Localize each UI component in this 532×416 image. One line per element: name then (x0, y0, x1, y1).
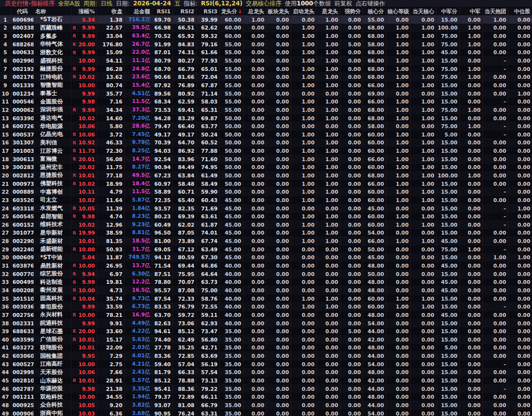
col-header-strong-score[interactable]: 强势分 (340, 7, 363, 16)
table-row[interactable]: 2600338西藏珠峰R9.9922.5739.5亿66.9866.5162.6… (0, 24, 532, 32)
table-row[interactable]: 31603876鼎胜新材R10.0026.9513.7亿71.5469.4466… (0, 262, 532, 270)
table-row[interactable]: 23603520司太立10.0211.645.87亿72.3565.4060.4… (0, 196, 532, 205)
cell-army-score: 15.00 (436, 188, 459, 196)
col-header-rsi2[interactable]: RSI2 (172, 7, 196, 16)
table-row[interactable]: 41603272联翔股份10.0122.092.03亿27.7835.2542.… (0, 344, 532, 352)
col-header-day-core[interactable]: 当天核心 (410, 7, 436, 16)
table-row[interactable]: 39688633星球石墨K20.0033.604.22亿94.6185.1273… (0, 327, 532, 336)
col-header-core-level[interactable]: 核心等级 (386, 7, 410, 16)
table-row[interactable]: 13603390通达电气10.0214.607.20亿94.2883.2969.… (0, 114, 532, 122)
period-value[interactable]: 日线 (100, 0, 112, 7)
indicator-value[interactable]: RSI(6,12,24) (201, 0, 242, 7)
cell-total-leader: 0.00 (243, 270, 266, 278)
date-value[interactable]: 2026-04-24 (133, 0, 171, 7)
table-row[interactable]: 22000889中嘉博创10.114.7911.5亿58.8960.7159.9… (0, 188, 532, 196)
table-row[interactable]: 17301003江苏博云R11.7372.308.25亿94.0386.9277… (0, 147, 532, 155)
cell-median-stock: 0.00 (508, 147, 532, 155)
table-row[interactable]: 24603318水发燃气R10.0511.391.84亿93.5782.3571… (0, 204, 532, 212)
col-header-army-score[interactable]: 中军分 (436, 7, 459, 16)
cell-is-leader: 0.00 (316, 262, 340, 270)
table-row[interactable]: 29002240盛新锂能R10.0050.9331.7亿69.0567.1263… (0, 245, 532, 253)
table-row[interactable]: 4688268华特气体K20.00176.8026.7亿91.9984.8379… (0, 40, 532, 48)
cell-core-score: 55.00 (363, 16, 386, 24)
table-row[interactable]: 7002192融捷股份R9.9986.2824.8亿68.7066.7965.0… (0, 65, 532, 73)
table-row[interactable]: 10001234泰慕士9.9935.774.51亿89.5680.9271.14… (0, 89, 532, 98)
cell-sector-leader: 0.00 (266, 368, 291, 377)
table-row[interactable]: 11000546金圆股份9.987.1611.5亿68.3462.5958.03… (0, 98, 532, 106)
cell-army: 1.00 (459, 24, 482, 32)
col-header-day-group[interactable]: 当天抱团 (482, 7, 508, 16)
table-row[interactable]: 43600527江南高纤10.002.754.21亿59.4057.0456.1… (0, 360, 532, 368)
col-header-sector-leader[interactable]: 板块龙头 (266, 7, 291, 16)
table-row[interactable]: 37002756永兴材料R10.0078.2116.9亿63.7059.7259… (0, 311, 532, 319)
col-header-leader-score[interactable]: 龙头分↓ (219, 7, 243, 16)
cell-leader-score: 55.00 (219, 40, 243, 48)
col-header-total-leader[interactable]: 总龙头 (243, 7, 266, 16)
col-header-change[interactable]: 涨幅% (71, 7, 97, 16)
table-row[interactable]: 33600499科达制造R9.9919.8112.2亿78.8070.0763.… (0, 278, 532, 286)
col-header-army[interactable]: 中军 (459, 7, 482, 16)
table-row[interactable]: 47001211双枪科技10.0034.551.94亿79.3772.8966.… (0, 393, 532, 401)
col-header-core-score[interactable]: 核心分 (363, 7, 386, 16)
table-row[interactable]: 19300283温州宏丰20.0211.758.27亿90.9484.4974.… (0, 163, 532, 172)
cell-army: 0.00 (459, 130, 482, 139)
col-header-close[interactable]: 收盘 (97, 7, 124, 16)
col-header-rsi1[interactable]: RSI1 (152, 7, 172, 16)
table-row[interactable]: 5600633浙数文化R9.9915.0922.0亿87.0174.3161.6… (0, 48, 532, 57)
market-scope[interactable]: 全部A股 (58, 0, 80, 7)
cell-rsi3: 71.14 (196, 89, 219, 98)
col-header-start-leader[interactable]: 启动龙头 (291, 7, 316, 16)
table-row[interactable]: 27301077星华新材R19.9938.598.81亿96.5087.0574… (0, 229, 532, 237)
table-row[interactable]: 20002812恩捷股份R10.0177.1849.5亿67.2363.8461… (0, 172, 532, 180)
cell-name: 星华新材 (33, 229, 71, 237)
col-header-rsi3[interactable]: RSI3 (196, 7, 219, 16)
table-row[interactable]: 16301307美利信R10.9246.339.78亿70.3964.7060.… (0, 139, 532, 147)
cell-close: 11.75 (97, 163, 124, 172)
table-row[interactable]: 46002787华源控股9.9821.383.35亿95.4188.3679.2… (0, 384, 532, 393)
col-header-median-stock[interactable]: 中位股 (508, 7, 532, 16)
table-row[interactable]: 40603599广信股份R10.0115.175.63亿74.4062.4956… (0, 335, 532, 344)
col-header-is-leader[interactable]: 是龙头 (316, 7, 340, 16)
table-row[interactable]: 3002407多氟多R9.9933.0463.4亿70.5265.9259.32… (0, 32, 532, 40)
cell-day-core: 1.00 (410, 40, 436, 48)
table-row[interactable]: 48000925众合科技10.059.203.82亿93.0781.0866.7… (0, 401, 532, 410)
table-row[interactable]: 32600770综艺股份R9.946.976.30亿87.5175.9564.6… (0, 270, 532, 278)
cell-army-score: 15.00 (436, 319, 459, 327)
table-row[interactable]: 49000906浙商中拓10.036.363.68亿90.9576.2463.3… (0, 409, 532, 416)
table-row[interactable]: 44002999天禾股份10.067.662.41亿81.7966.3357.5… (0, 368, 532, 377)
table-row[interactable]: 42603060国检集团9.957.294.01亿83.3672.8563.69… (0, 352, 532, 360)
table-row[interactable]: 36003036泰坦股份9.9933.596.73亿83.5376.7972.5… (0, 303, 532, 311)
cell-leader-score: 45.00 (219, 229, 243, 237)
table-row[interactable]: 6002990盛视科技10.0054.1111.1亿80.7980.2777.9… (0, 57, 532, 65)
table-row[interactable]: 30000609*ST中迪5.0411.87749.5万94.1280.5967… (0, 253, 532, 262)
table-row[interactable]: 28002290禾盛新材10.0181.3518.5亿81.0073.8967.… (0, 237, 532, 245)
cell-army-score: 75.00 (436, 245, 459, 253)
cell-median-stock: 0.00 (508, 106, 532, 114)
col-header-name[interactable]: 名称 (33, 7, 71, 16)
sort-mode[interactable]: 交易核心排序 (246, 0, 281, 7)
table-row[interactable]: 9001339智微智能10.0080.7415.4亿87.9276.8967.8… (0, 81, 532, 90)
table-row[interactable]: 8002176江特电机R10.0213.6223.6亿90.6681.6672.… (0, 73, 532, 81)
table-row[interactable]: 35301510固高科技R10.0435.749.73亿87.5472.3358… (0, 294, 532, 303)
adjust-mode[interactable]: 前复权 (334, 0, 352, 7)
cell-is-leader: 0.00 (316, 393, 340, 401)
table-row[interactable]: 14600726华电能源10.065.8028.6亿79.4766.4063.7… (0, 122, 532, 131)
cell-army-score: 5.00 (436, 130, 459, 139)
table-row[interactable]: 34600208衢州发展R10.004.7316.5亿95.5787.0875.… (0, 286, 532, 295)
cell-amount: 6.73亿 (124, 303, 152, 311)
table-row[interactable]: 18300613富瀚微R20.0156.0814.7亿92.5483.9671.… (0, 155, 532, 163)
table-row[interactable]: 15600537亿晶光电R10.063.727.45亿49.1749.1750.… (0, 130, 532, 139)
cell-name: 卓郎智能 (33, 212, 71, 221)
col-header-index[interactable] (0, 7, 11, 16)
table-row[interactable]: 25600545卓郎智能R9.984.748.23亿80.2369.3963.6… (0, 212, 532, 221)
cell-army: 0.00 (459, 188, 482, 196)
table-row[interactable]: 38002331皖通科技9.999.914.49亿82.6373.0662.93… (0, 319, 532, 327)
table-row[interactable]: 1600696*ST岩石5.341.38716.3万69.7050.3839.9… (0, 16, 532, 24)
table-row[interactable]: 26600152维科技术10.0212.969.23亿60.4962.0261.… (0, 221, 532, 229)
cell-median-stock: 0.00 (508, 73, 532, 81)
col-header-code[interactable]: 代码 (11, 7, 33, 16)
table-row[interactable]: 12000062深圳华强R9.9934.3437.3亿73.5369.4165.… (0, 106, 532, 114)
table-row[interactable]: 21000973佛塑科技R10.0218.9918.4亿60.9758.4858… (0, 179, 532, 188)
table-row[interactable]: 45002810山东赫达R10.0128.915.57亿85.1278.8873… (0, 377, 532, 385)
col-header-amount[interactable]: 总金额 (124, 7, 152, 16)
